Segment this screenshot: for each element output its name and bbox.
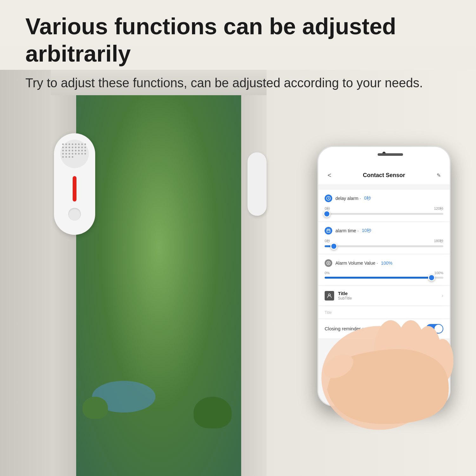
phone-mockup: < Contact Sensor ✎ [311, 127, 470, 476]
door-interior [76, 95, 241, 476]
speaker-dot [62, 156, 64, 158]
page-container: Various functions can be adjusted arbitr… [0, 0, 476, 476]
page-sub-title: Try to adjust these functions, can be ad… [25, 74, 451, 92]
speaker-dot [69, 147, 70, 148]
speaker-dot [69, 150, 70, 151]
speaker-dot [69, 153, 70, 155]
door-frame-right [241, 95, 267, 476]
speaker-dot [78, 147, 80, 148]
speaker-dot [84, 143, 86, 145]
sensor-led [73, 176, 76, 202]
header-section: Various functions can be adjusted arbitr… [0, 0, 476, 101]
speaker-dot [65, 147, 67, 148]
garden-bush-1 [194, 397, 232, 428]
speaker-dot [81, 143, 83, 145]
speaker-dot [84, 153, 86, 155]
speaker-dot [81, 150, 83, 151]
speaker-dot [65, 153, 67, 155]
speaker-dot [65, 143, 67, 145]
speaker-dot [81, 147, 83, 148]
speaker-dot [84, 150, 86, 151]
contact-sensor-device [248, 152, 267, 216]
garden-bush-2 [83, 397, 108, 419]
speaker-dot [75, 150, 76, 151]
speaker-dot [62, 147, 64, 148]
speaker-dot [75, 147, 76, 148]
speaker-dot [72, 143, 73, 145]
speaker-dot [78, 143, 80, 145]
speaker-dot [81, 153, 83, 155]
speaker-dot [62, 143, 64, 145]
speaker-dot [72, 147, 73, 148]
hand-illustration [298, 143, 457, 476]
speaker-dot [62, 150, 64, 151]
sensor-speaker [60, 140, 89, 168]
speaker-dot [65, 150, 67, 151]
speaker-dot [78, 150, 80, 151]
speaker-dot [69, 143, 70, 145]
speaker-dot [75, 153, 76, 155]
alarm-sensor-device [54, 133, 95, 235]
speaker-dot [72, 150, 73, 151]
wall-left [0, 70, 51, 476]
speaker-dot [72, 153, 73, 155]
speaker-dot [75, 143, 76, 145]
page-main-title: Various functions can be adjusted arbitr… [25, 13, 451, 68]
speaker-dot [69, 156, 70, 158]
speaker-dot [62, 153, 64, 155]
speaker-dot [72, 156, 73, 158]
speaker-dot [84, 147, 86, 148]
speaker-dot [78, 153, 80, 155]
sensor-button[interactable] [68, 208, 81, 221]
speaker-dot [65, 156, 67, 158]
